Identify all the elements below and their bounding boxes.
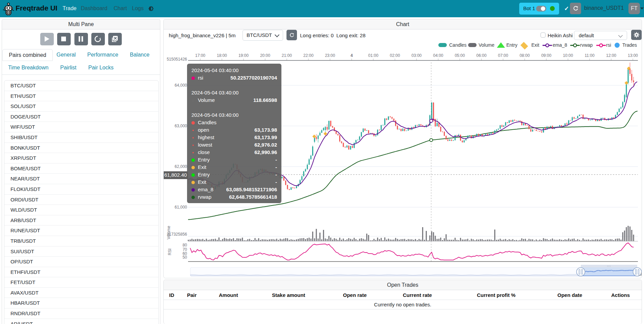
svg-text:23:00: 23:00 xyxy=(325,53,335,58)
svg-text:17:00: 17:00 xyxy=(195,53,205,58)
svg-text:64,000: 64,000 xyxy=(175,83,187,88)
svg-text:63,000: 63,000 xyxy=(175,124,187,128)
svg-text:11:00: 11:00 xyxy=(585,53,595,58)
svg-text:03:00: 03:00 xyxy=(411,53,421,58)
svg-text:01:00: 01:00 xyxy=(368,53,378,58)
svg-text:61,000: 61,000 xyxy=(175,205,187,210)
svg-text:08:00: 08:00 xyxy=(520,53,530,58)
svg-text:09:00: 09:00 xyxy=(541,53,551,58)
svg-text:20:00: 20:00 xyxy=(260,53,270,58)
svg-text:22:00: 22:00 xyxy=(303,53,314,58)
svg-text:07:00: 07:00 xyxy=(498,53,508,58)
svg-text:12:00: 12:00 xyxy=(606,53,616,58)
svg-text:21:00: 21:00 xyxy=(282,53,292,58)
svg-text:515051426: 515051426 xyxy=(167,57,187,62)
svg-text:10:00: 10:00 xyxy=(563,53,573,58)
svg-text:19:00: 19:00 xyxy=(238,53,249,58)
svg-text:13:00: 13:00 xyxy=(628,53,638,58)
svg-text:06:00: 06:00 xyxy=(476,53,486,58)
svg-text:18:00: 18:00 xyxy=(217,53,227,58)
svg-text:50: 50 xyxy=(183,255,187,260)
svg-text:80: 80 xyxy=(183,243,187,247)
svg-text:62,000: 62,000 xyxy=(175,164,187,169)
svg-text:04:00: 04:00 xyxy=(433,53,443,58)
svg-text:4: 4 xyxy=(350,53,353,58)
svg-text:61,802.40: 61,802.40 xyxy=(164,172,187,178)
svg-text:02:00: 02:00 xyxy=(390,53,400,58)
svg-text:05:00: 05:00 xyxy=(455,53,465,58)
